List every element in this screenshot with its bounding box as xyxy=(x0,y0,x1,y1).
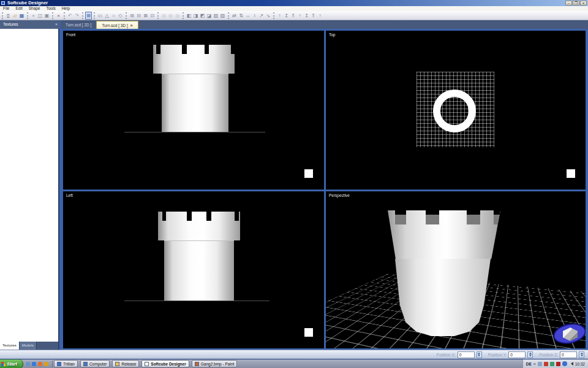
panel-tab-models[interactable]: Models xyxy=(20,342,37,350)
toolbar-open-file-button[interactable]: ▱ xyxy=(12,12,18,20)
toolbar-cut-button[interactable]: × xyxy=(30,12,37,20)
toolbar-save-file-button[interactable]: ▦ xyxy=(18,12,25,20)
tower-body-left xyxy=(164,240,234,301)
toolbar-face-a-button[interactable]: ◧ xyxy=(186,12,192,20)
toolbar-arrow-ud-button[interactable]: ↕ xyxy=(251,12,258,20)
position-input[interactable]: 0 xyxy=(458,351,475,358)
toolbar-rotate-a-button[interactable]: ◎ xyxy=(160,12,167,20)
spinner-down-icon[interactable] xyxy=(579,355,584,358)
task-button-computer[interactable]: Computer xyxy=(80,360,110,367)
toolbar-arrow-lr-button[interactable]: ↔ xyxy=(244,12,251,20)
toolbar-face-d-button[interactable]: ◪ xyxy=(206,12,213,20)
menu-help[interactable]: Help xyxy=(59,6,73,11)
toolbar-shape-intersect-button[interactable]: ⊠ xyxy=(142,12,149,20)
app-icon xyxy=(1,1,5,5)
volume-icon[interactable] xyxy=(569,362,573,366)
viewport-front[interactable]: Front xyxy=(63,31,324,190)
tower-crown-front xyxy=(153,45,235,74)
task-button-trillian[interactable]: Trillian xyxy=(54,360,78,367)
toolbar-draw-circle-button[interactable]: ○ xyxy=(110,12,117,20)
position-input[interactable]: 0 xyxy=(508,351,526,358)
toolbar-extrude-1-button[interactable]: ↑ xyxy=(276,12,283,20)
tray-alert-red-icon[interactable] xyxy=(544,362,548,366)
task-button-softcube-designer[interactable]: Softcube Designer xyxy=(141,360,189,367)
toolbar-extrude-5-button[interactable]: ↥ xyxy=(303,12,310,20)
toolbar-face-c-button[interactable]: ◩ xyxy=(199,12,206,20)
tray-chevron-icon[interactable]: « xyxy=(533,362,536,366)
toolbar-shape-union-button[interactable]: ⊞ xyxy=(129,12,135,20)
textures-panel-body[interactable] xyxy=(0,29,59,342)
start-button[interactable]: Start xyxy=(0,359,23,368)
viewport-frame: Front Top Left xyxy=(61,29,588,350)
task-button-label: Computer xyxy=(89,362,107,366)
material-preview-square[interactable] xyxy=(304,328,313,337)
toolbar-arrow-ne-button[interactable]: ↗ xyxy=(258,12,265,20)
viewport-left[interactable]: Left xyxy=(63,191,324,348)
toolbar-move-horizontal-button[interactable]: ⇄ xyxy=(231,12,238,20)
toolbar-new-file-button[interactable]: ▯ xyxy=(5,12,12,20)
toolbar-extrude-3-button[interactable]: ⇑ xyxy=(290,12,296,20)
toolbar-move-vertical-button[interactable]: ⇅ xyxy=(238,12,244,20)
firefox-icon[interactable] xyxy=(38,362,42,366)
toolbar-grip xyxy=(64,12,66,19)
menu-file[interactable]: File xyxy=(0,6,12,11)
toolbar-draw-rect-button[interactable]: ▭ xyxy=(97,12,104,20)
toolbar-viewport-grid-button[interactable]: ⊞ xyxy=(85,12,92,20)
orientation-widget[interactable] xyxy=(553,323,586,346)
windows-flag-icon xyxy=(1,362,6,366)
material-preview-square[interactable] xyxy=(567,169,575,178)
toolbar-rotate-c-button[interactable]: ◎ xyxy=(174,12,181,20)
toolbar-redo-button[interactable]: ↷ xyxy=(74,12,80,20)
restore-button[interactable]: ❐ xyxy=(573,1,579,6)
show-desktop-icon[interactable] xyxy=(26,362,30,366)
task-button-icon xyxy=(145,362,149,366)
menu-tools[interactable]: Tools xyxy=(43,6,58,11)
viewport-top[interactable]: Top xyxy=(326,31,586,190)
tray-app-darkred-icon[interactable] xyxy=(556,362,560,366)
toolbar-copy-button[interactable]: ◫ xyxy=(37,12,43,20)
toolbar-shape-merge-button[interactable]: ⊡ xyxy=(149,12,156,20)
tab-close-icon[interactable]: × xyxy=(130,21,133,29)
toolbar-arrow-se-button[interactable]: ↘ xyxy=(265,12,271,20)
toolbar-grip xyxy=(183,12,184,19)
toolbar-extrude-4-button[interactable]: ↑ xyxy=(296,12,303,20)
spinner-down-icon[interactable] xyxy=(528,355,532,358)
toolbar-face-e-button[interactable]: ▧ xyxy=(213,12,219,20)
toolbar-face-b-button[interactable]: ◨ xyxy=(192,12,199,20)
document-tab-2d[interactable]: Turn.scd [ 2D ] xyxy=(61,21,96,29)
material-preview-square[interactable] xyxy=(304,169,313,178)
crenellation-notch xyxy=(426,210,439,224)
menu-edit[interactable]: Edit xyxy=(12,6,25,11)
toolbar-extrude-6-button[interactable]: ⇑ xyxy=(310,12,317,20)
ground-line xyxy=(124,132,265,132)
task-button-gang2-bmp-paint[interactable]: Gang2.bmp - Paint xyxy=(192,360,238,367)
panel-close-icon[interactable]: × xyxy=(55,20,58,29)
internet-explorer-icon[interactable] xyxy=(32,362,36,366)
toolbar-draw-polygon-button[interactable]: ◇ xyxy=(117,12,124,20)
toolbar-face-f-button[interactable]: ▨ xyxy=(219,12,226,20)
toolbar-undo-button[interactable]: ↶ xyxy=(67,12,74,20)
tray-app-green-icon[interactable] xyxy=(550,362,554,366)
minimize-button[interactable]: – xyxy=(565,1,572,6)
toolbar-grip xyxy=(228,12,230,19)
toolbar-rotate-b-button[interactable]: ◎ xyxy=(167,12,174,20)
toolbar-draw-triangle-button[interactable]: △ xyxy=(104,12,110,20)
toolbar-grip xyxy=(2,12,4,19)
network-globe-icon[interactable] xyxy=(562,361,567,366)
task-button-release[interactable]: Release xyxy=(112,360,139,367)
spinner-down-icon[interactable] xyxy=(477,355,481,358)
panel-tab-textures[interactable]: Textures xyxy=(0,342,20,350)
toolbar-delete-button[interactable]: × xyxy=(55,12,62,20)
keyboard-language-indicator[interactable]: DE xyxy=(526,362,532,366)
media-player-icon[interactable] xyxy=(44,362,48,366)
tray-app-blue-icon[interactable] xyxy=(538,362,542,366)
toolbar-extrude-2-button[interactable]: ↥ xyxy=(283,12,290,20)
position-input[interactable]: 0 xyxy=(560,351,577,358)
toolbar-shape-subtract-button[interactable]: ⊟ xyxy=(135,12,142,20)
menu-shape[interactable]: Shape xyxy=(26,6,43,11)
toolbar-extrude-7-button[interactable]: ↑ xyxy=(317,12,323,20)
toolbar-paste-button[interactable]: ▣ xyxy=(43,12,50,20)
close-button[interactable]: × xyxy=(580,1,587,6)
document-tab-3d[interactable]: Turn.scd [ 3D ]× xyxy=(96,21,138,29)
viewport-perspective[interactable]: Perspective xyxy=(326,191,586,348)
